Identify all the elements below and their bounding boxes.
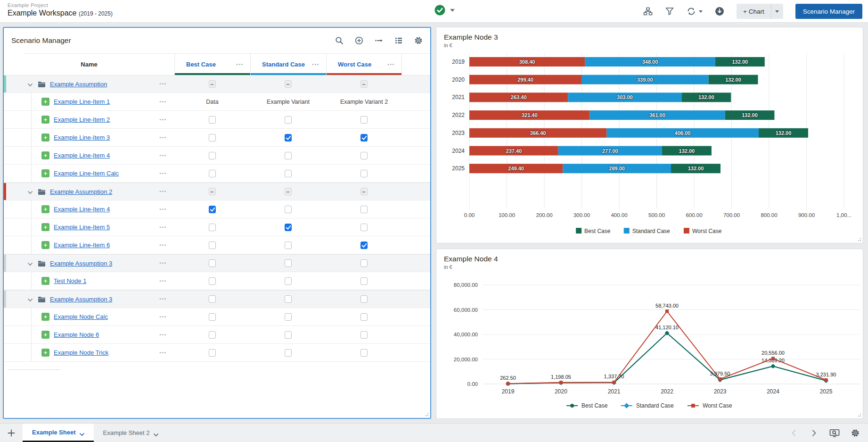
add-chart-split-button[interactable]: + Chart (737, 4, 783, 19)
row-link[interactable]: Example Assumption 3 (50, 296, 112, 303)
sheet-tab-label[interactable]: Example Sheet 2 (103, 429, 150, 436)
scenario-checkbox[interactable] (285, 295, 292, 303)
row-link[interactable]: Example Assumption 3 (50, 260, 112, 267)
scenario-checkbox[interactable] (360, 134, 368, 142)
scenario-checkbox[interactable] (360, 224, 368, 231)
row-menu-button[interactable]: ••• (160, 171, 167, 176)
scenario-checkbox[interactable] (209, 277, 216, 285)
scenario-checkbox[interactable] (285, 259, 292, 267)
scenario-manager-button[interactable]: Scenario Manager (795, 4, 862, 19)
scenario-checkbox[interactable] (285, 331, 292, 339)
jump-arrow-icon[interactable] (375, 36, 383, 45)
chevron-down-icon[interactable] (27, 189, 33, 194)
row-link[interactable]: Example Node 6 (54, 331, 99, 338)
row-link[interactable]: Example Line-Item 1 (54, 98, 110, 105)
refresh-icon[interactable] (687, 7, 696, 16)
scenario-link[interactable]: Best Case (186, 61, 216, 68)
next-sheet-icon[interactable] (810, 429, 818, 437)
row-menu-button[interactable]: ••• (160, 261, 167, 266)
scenario-checkbox[interactable] (360, 242, 368, 249)
row-menu-button[interactable]: ••• (160, 189, 167, 194)
add-circle-icon[interactable] (355, 36, 363, 45)
scenario-checkbox[interactable] (360, 170, 368, 177)
sheet-tab-caret-icon[interactable] (80, 431, 84, 434)
row-menu-button[interactable]: ••• (160, 135, 167, 140)
add-node-icon[interactable]: + (41, 116, 49, 124)
scenario-checkbox[interactable] (360, 188, 368, 195)
filter-icon[interactable] (665, 7, 674, 16)
scenario-menu-button[interactable]: ••• (237, 62, 244, 67)
sheet-settings-icon[interactable] (851, 429, 860, 437)
refresh-dropdown[interactable] (687, 7, 703, 16)
scenario-status-dropdown[interactable] (434, 5, 455, 16)
add-node-icon[interactable]: + (41, 241, 49, 249)
scenario-checkbox[interactable] (285, 170, 292, 177)
scenario-checkbox[interactable] (209, 242, 216, 249)
scenario-checkbox[interactable] (209, 295, 216, 303)
scenario-checkbox[interactable] (209, 152, 216, 159)
scenario-checkbox[interactable] (360, 349, 368, 357)
add-node-icon[interactable]: + (41, 205, 49, 213)
scenario-menu-button[interactable]: ••• (388, 62, 395, 67)
status-check-icon[interactable] (434, 5, 445, 16)
sheet-tab-caret-icon[interactable] (154, 431, 158, 434)
scenario-checkbox[interactable] (285, 313, 292, 321)
add-node-icon[interactable]: + (41, 169, 49, 177)
scenario-checkbox[interactable] (360, 152, 368, 159)
row-link[interactable]: Example Line-Item 4 (54, 206, 110, 213)
row-menu-button[interactable]: ••• (160, 153, 167, 158)
presentation-zoom-icon[interactable] (829, 429, 840, 437)
scenario-checkbox[interactable] (360, 80, 368, 88)
add-node-icon[interactable]: + (41, 151, 49, 159)
chart-resize-handle[interactable] (857, 412, 861, 417)
sheet-tab[interactable]: Example Sheet 2 (94, 424, 168, 442)
add-node-icon[interactable]: + (41, 223, 49, 231)
scenario-link[interactable]: Standard Case (262, 61, 305, 68)
scenario-checkbox[interactable] (209, 224, 216, 231)
scenario-checkbox[interactable] (209, 188, 216, 195)
scenario-checkbox[interactable] (285, 152, 292, 159)
scenario-checkbox[interactable] (209, 313, 216, 321)
scenario-checkbox[interactable] (285, 80, 292, 88)
scenario-checkbox[interactable] (209, 349, 216, 357)
hierarchy-icon[interactable] (643, 7, 653, 16)
scenario-checkbox[interactable] (285, 349, 292, 357)
scenario-checkbox[interactable] (285, 242, 292, 249)
row-link[interactable]: Test Node 1 (54, 277, 86, 284)
row-link[interactable]: Example Assumption 2 (50, 188, 112, 195)
chevron-down-icon[interactable] (27, 296, 33, 302)
row-menu-button[interactable]: ••• (160, 333, 167, 337)
add-node-icon[interactable]: + (41, 349, 49, 357)
scenario-checkbox[interactable] (285, 277, 292, 285)
add-chart-button[interactable]: + Chart (737, 4, 771, 19)
chart-resize-handle[interactable] (857, 237, 861, 241)
download-icon[interactable] (715, 7, 724, 16)
row-menu-button[interactable]: ••• (160, 297, 167, 301)
search-icon[interactable] (335, 36, 344, 45)
row-link[interactable]: Example Line-Item 6 (54, 242, 110, 249)
scenario-checkbox[interactable] (360, 295, 368, 303)
row-link[interactable]: Example Line-Item Calc (54, 170, 119, 177)
list-view-icon[interactable] (394, 36, 403, 45)
add-node-icon[interactable]: + (41, 331, 49, 339)
row-menu-button[interactable]: ••• (160, 100, 167, 104)
add-node-icon[interactable]: + (41, 313, 49, 321)
scenario-checkbox[interactable] (285, 134, 292, 142)
scenario-checkbox[interactable] (209, 170, 216, 177)
row-menu-button[interactable]: ••• (160, 315, 167, 319)
scenario-checkbox[interactable] (285, 188, 292, 195)
scenario-checkbox[interactable] (360, 313, 368, 321)
add-sheet-icon[interactable] (0, 424, 23, 442)
scenario-checkbox[interactable] (360, 259, 368, 267)
row-menu-button[interactable]: ••• (160, 279, 167, 284)
scenario-checkbox[interactable] (360, 331, 368, 339)
scenario-checkbox[interactable] (285, 116, 292, 124)
row-menu-button[interactable]: ••• (160, 207, 167, 212)
scenario-checkbox[interactable] (209, 116, 216, 124)
row-menu-button[interactable]: ••• (160, 243, 167, 248)
row-menu-button[interactable]: ••• (160, 117, 167, 122)
row-link[interactable]: Example Line-Item 5 (54, 224, 110, 231)
status-caret-icon[interactable] (450, 9, 455, 12)
row-menu-button[interactable]: ••• (160, 82, 167, 86)
chevron-down-icon[interactable] (27, 81, 33, 87)
